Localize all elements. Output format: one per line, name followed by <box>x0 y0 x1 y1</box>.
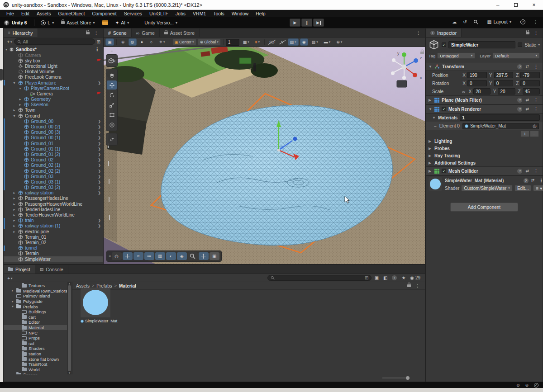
pause-button[interactable]: ∥ <box>301 19 312 27</box>
grid-visibility-dropdown[interactable]: ▦▾ <box>241 38 252 46</box>
rect-tool[interactable] <box>107 110 117 119</box>
step-button[interactable]: ▶ <box>313 19 324 27</box>
project-folder-world[interactable]: World <box>4 367 67 373</box>
prefab-open-chevron-icon[interactable]: ❯ <box>98 130 101 134</box>
remove-material-button[interactable]: − <box>530 131 539 137</box>
layout-dropdown[interactable]: ▦ Layout▾ <box>485 18 514 25</box>
effects-dropdown[interactable]: ▤▾ <box>288 38 299 46</box>
tab-console[interactable]: ▤ Console <box>35 265 68 274</box>
sphere-brush-icon[interactable]: ◐ <box>166 252 176 260</box>
stamp-terrain-icon[interactable]: ▦ <box>155 252 165 260</box>
hierarchy-item-tenderheavenworldline[interactable]: ▸TenderHeavenWorldLine <box>4 212 103 217</box>
prefab-open-chevron-icon[interactable]: ❯ <box>98 81 101 85</box>
hierarchy-item-global-volume[interactable]: Global Volume <box>4 69 103 75</box>
prefab-open-chevron-icon[interactable]: ❯ <box>98 119 101 123</box>
project-folder-polygrade[interactable]: ▸Polygrade <box>4 299 67 304</box>
foldout-closed-icon[interactable]: ▸ <box>12 218 16 222</box>
transform-tool[interactable] <box>107 120 117 129</box>
overlay-drag-handle[interactable]: ≡ <box>111 50 113 52</box>
project-folder-prefabs[interactable]: ▾Prefabs <box>4 304 67 309</box>
hierarchy-item-ground-01-2-[interactable]: Ground_01 (2)❯ <box>4 151 103 157</box>
hierarchy-item-passengerheavenworldline[interactable]: ▸PassengerHeavenWorldLine <box>4 201 103 207</box>
rotation-z-field[interactable]: 0 <box>520 80 540 86</box>
tab-inspector[interactable]: i Inspector <box>426 28 462 37</box>
subscene-picker-icon[interactable]: ⊞ <box>97 39 100 44</box>
foldout-open-icon[interactable]: ▼ <box>429 107 432 111</box>
foldout-open-icon[interactable]: ▼ <box>429 65 432 69</box>
hierarchy-item-railway-station[interactable]: ▸railway station❯ <box>4 190 103 196</box>
project-folder-material[interactable]: Material <box>4 325 67 331</box>
debug-mode-dropdown[interactable]: ✳▾ <box>157 38 167 46</box>
project-folder-props[interactable]: Props <box>4 335 67 341</box>
prefab-open-chevron-icon[interactable]: ❯ <box>98 142 101 146</box>
menu-file[interactable]: File <box>3 11 18 16</box>
material-element-row[interactable]: = Element 0 SimpleWater_Mat ◎ <box>426 122 543 130</box>
shader-list-dropdown[interactable]: ≡▾ <box>533 185 543 191</box>
search-overlay-icon[interactable] <box>188 252 198 260</box>
hierarchy-item-terrain-02[interactable]: Terrain_02 <box>4 240 103 245</box>
draw-mode-unlit-icon[interactable]: ○ <box>148 38 156 46</box>
preset-icon[interactable]: ⇄ <box>531 178 535 183</box>
add-component-button[interactable]: Add Component <box>450 203 518 212</box>
materials-row[interactable]: ▼ Materials 1 <box>426 113 543 122</box>
hidden-count-badge[interactable]: ◉ 29 <box>410 275 420 280</box>
scale-tool[interactable] <box>107 100 117 109</box>
menu-window[interactable]: Window <box>228 11 252 16</box>
inspector-lock-icon[interactable] <box>526 32 529 34</box>
hierarchy-item-camera[interactable]: Camera <box>4 91 103 96</box>
label-filter-icon[interactable]: ◧ <box>383 275 387 280</box>
console-muted-icon[interactable]: ⊜ <box>525 383 529 387</box>
hierarchy-item-ground-03-1-[interactable]: Ground_03 (1)❯ <box>4 179 103 184</box>
hierarchy-item-playercameraroot[interactable]: ▾PlayerCameraRoot <box>4 85 103 91</box>
hierarchy-item-ground-03[interactable]: Ground_03❯ <box>4 174 103 179</box>
shader-edit-button[interactable]: Edit... <box>514 185 532 191</box>
paint-details-icon[interactable]: ◈ <box>177 252 187 260</box>
hierarchy-item-terrain[interactable]: Terrain <box>4 251 103 256</box>
hand-tool[interactable] <box>107 71 117 80</box>
foldout-closed-icon[interactable]: ▸ <box>12 108 16 112</box>
material-asset-thumbnail[interactable] <box>81 288 110 317</box>
hierarchy-item-simplewater[interactable]: SimpleWater <box>4 256 103 262</box>
prefab-open-chevron-icon[interactable]: ❯ <box>98 136 101 140</box>
prefab-open-chevron-icon[interactable]: ❯ <box>98 224 101 228</box>
move-overlay-icon[interactable] <box>123 252 133 260</box>
preset-icon[interactable]: ⇄ <box>525 169 529 173</box>
project-folder-textures[interactable]: Textures <box>4 283 67 288</box>
foldout-closed-icon[interactable]: ▸ <box>18 103 22 107</box>
draw-mode-solid-icon[interactable]: ● <box>138 38 146 46</box>
hierarchy-item-electric-pole[interactable]: ▸electric pole <box>4 229 103 234</box>
compass-tool-icon[interactable]: ◎ <box>112 252 122 260</box>
scene-view-kebab-icon[interactable]: ⋮ <box>414 30 422 36</box>
hierarchy-item-geometry[interactable]: ▸Geometry <box>4 97 103 102</box>
prefab-open-chevron-icon[interactable]: ❯ <box>98 180 101 184</box>
alert-filter-icon[interactable]: ! <box>392 275 397 280</box>
breadcrumb-material[interactable]: Material <box>119 283 136 288</box>
static-dropdown-icon[interactable]: ▾ <box>538 43 540 47</box>
prefab-open-chevron-icon[interactable]: ❯ <box>98 191 101 195</box>
foldout-closed-icon[interactable]: ▶ <box>429 169 432 173</box>
view-options-button[interactable]: ▣ <box>105 38 114 46</box>
prefab-open-chevron-icon[interactable]: ❯ <box>98 163 101 167</box>
component-kebab-icon[interactable]: ⋮ <box>532 168 540 174</box>
add-material-button[interactable]: + <box>520 131 529 137</box>
asset-item-simplewater-mat[interactable]: SimpleWater_Mat <box>81 288 110 323</box>
bottom-overlay-handle[interactable]: ≡ <box>108 255 111 257</box>
hierarchy-item-railway-station-1-[interactable]: ▸railway station (1)❯ <box>4 223 103 229</box>
hierarchy-item-terrain-01[interactable]: Terrain_01 <box>4 234 103 240</box>
hierarchy-item-ground[interactable]: ▾Ground <box>4 113 103 118</box>
tab-game[interactable]: ∞ Game <box>132 28 160 37</box>
view-tool-dropdown[interactable]: ▾ <box>107 56 117 65</box>
minimize-button[interactable]: – <box>489 0 507 10</box>
notifications-muted-icon[interactable]: ⊘ <box>516 383 520 387</box>
foldout-closed-icon[interactable]: ▸ <box>12 191 16 195</box>
scale-y-field[interactable]: 20 <box>498 88 515 94</box>
scene-viewport[interactable]: y z x ≡ ▾ <box>104 47 425 264</box>
foldout-open-icon[interactable]: ▾ <box>12 81 16 85</box>
settings-sliders-icon[interactable]: ≔ <box>144 252 154 260</box>
toggle-2d-button[interactable]: 2D <box>267 38 277 46</box>
active-checkbox[interactable]: ✓ <box>442 43 446 47</box>
layers-dropdown[interactable]: ▤▾ <box>310 38 320 46</box>
link-scale-icon[interactable]: ∞ <box>462 89 465 94</box>
project-folder-scenes[interactable]: Scenes <box>4 372 67 374</box>
project-kebab-icon[interactable]: ⋮ <box>414 283 421 289</box>
